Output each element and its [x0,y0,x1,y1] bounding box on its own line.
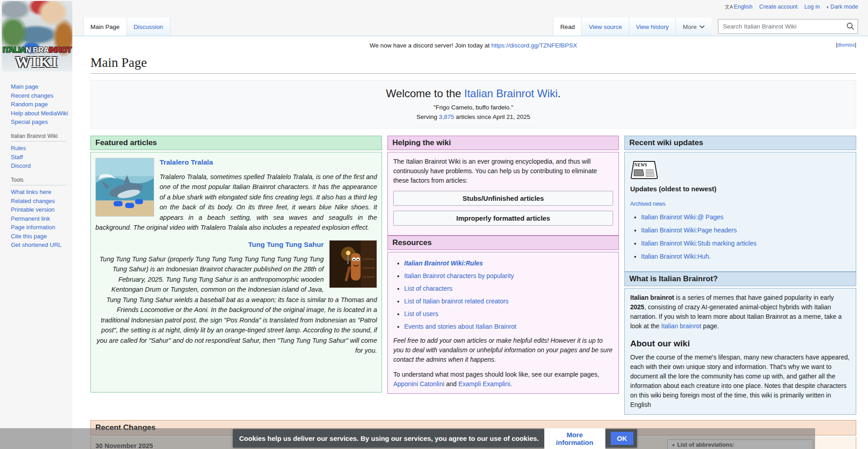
article-count-link[interactable]: 3,875 [439,113,454,120]
sidebar: Main page Recent changes Random page Hel… [11,84,72,256]
wiki-logo[interactable]: ITALIAN BRAINROT WIKI [2,1,72,71]
sidebar-item-help-mediawiki[interactable]: Help about MediaWiki [11,110,68,117]
sidebar-item-related-changes[interactable]: Related changes [11,198,55,204]
feel-free-text: Feel free to add your own articles or ma… [393,336,613,364]
sidebar-item-discord[interactable]: Discord [11,162,31,169]
helping-intro-text: The Italian Brainrot Wiki is an ever gro… [393,157,613,185]
sidebar-item-page-information[interactable]: Page information [11,224,55,231]
example-pages-text: To understand what most pages should loo… [393,370,613,389]
create-account-link[interactable]: Create account [759,4,797,10]
update-huh-link[interactable]: Italian Brainrot Wiki:Huh. [641,253,711,260]
main-area: 文AEnglish Create account Log in ◐Dark mo… [72,0,868,449]
tralalero-tralala-image[interactable] [95,158,154,217]
tab-more-menu[interactable]: More [675,18,712,36]
tab-read[interactable]: Read [553,18,581,36]
sidebar-item-staff[interactable]: Staff [11,154,23,161]
helping-the-wiki-header: Helping the wiki [387,136,619,150]
personal-bar: 文AEnglish Create account Log in ◐Dark mo… [725,4,858,10]
article-count-line: Serving 3,875 articles since April 21, 2… [91,113,856,120]
apponini-catonlini-link[interactable]: Apponini Catonlini [393,380,444,388]
search-input[interactable] [718,19,858,34]
update-at-pages-link[interactable]: Italian Brainrot Wiki:@ Pages [641,213,723,221]
chevron-down-icon [699,25,705,28]
sidebar-item-what-links-here[interactable]: What links here [11,189,52,195]
update-page-headers-link[interactable]: Italian Brainrot Wiki:Page headers [641,227,737,234]
page-title: Main Page [90,55,856,74]
svg-text:NEWS: NEWS [634,162,647,167]
updates-title: Updates (oldest to newest) [630,184,850,194]
discord-invite-link[interactable]: https://discord.gg/TZNFEfBPSX [491,42,577,49]
sidebar-item-get-shortened-url[interactable]: Get shortened URL [11,241,61,248]
sidebar-item-main-page[interactable]: Main page [11,83,38,90]
featured-articles-column: Featured articles [90,136,382,392]
stubs-articles-button[interactable]: Stubs/Unfinished articles [393,191,613,206]
dark-mode-icon: ◐ [826,4,830,9]
welcome-tagline: "Frigo Camelo, buffo fardelo." [91,104,856,111]
sitenotice-text: We now have a discord server! Join today… [370,42,491,49]
archived-news-link[interactable]: Archived news [630,200,665,208]
tab-view-source[interactable]: View source [581,18,628,36]
sidebar-item-permanent-link[interactable]: Permanent link [11,215,50,222]
logo-subtitle: WIKI [15,54,59,70]
logo-title: ITALIAN BRAINROT [3,46,71,54]
welcome-heading: Welcome to the Italian Brainrot Wiki. [91,87,856,100]
what-is-italian-brainrot-header: What is Italian Brainrot? [624,272,856,286]
language-icon: 文A [725,4,733,9]
sidebar-section-wiki: Italian Brainrot Wiki [11,133,66,142]
resource-events-link[interactable]: Events and stories about Italian Brainro… [404,323,516,330]
improperly-formatted-button[interactable]: Improperly formatted articles [393,211,613,226]
about-our-wiki-heading: About our wiki [630,337,850,350]
sidebar-item-special-pages[interactable]: Special pages [11,118,48,125]
resource-rules-link[interactable]: Italian Brainrot Wiki:Rules [404,260,483,267]
featured-articles-header: Featured articles [90,136,382,150]
sidebar-section-tools: Tools [11,177,66,185]
featured-entry-tralalero: Tralalero Tralala Tralalero Tralala, som… [95,157,377,233]
recent-wiki-updates-header: Recent wiki updates [624,136,856,150]
cookie-consent-text: Cookies help us deliver our services. By… [239,435,539,442]
language-link[interactable]: 文AEnglish [725,4,752,10]
resources-header: Resources [387,236,619,250]
dismiss-control: [dismiss] [836,42,856,47]
exampli-examplini-link[interactable]: Exampli Examplini [458,380,510,388]
cookie-consent-banner: Cookies help us deliver our services. By… [233,429,637,448]
resource-users-link[interactable]: List of users [404,310,438,317]
about-our-wiki-text: Over the course of the meme's lifespan, … [630,353,850,410]
tab-main-page[interactable]: Main Page [83,18,127,36]
helping-the-wiki-column: Helping the wiki The Italian Brainrot Wi… [387,136,619,394]
search-button[interactable] [846,22,854,32]
sidebar-item-random-page[interactable]: Random page [11,101,48,108]
log-in-link[interactable]: Log in [804,4,820,10]
tab-discussion[interactable]: Discussion [127,18,170,36]
more-information-button[interactable]: More information [544,428,605,449]
sidebar-item-rules[interactable]: Rules [11,145,26,151]
recent-updates-column: Recent wiki updates NEWS Updates (oldest… [624,136,856,415]
search-icon [846,22,854,30]
sidebar-item-printable-version[interactable]: Printable version [11,206,55,213]
welcome-banner: Welcome to the Italian Brainrot Wiki. "F… [90,80,856,128]
featured-entry-tung: Tung Tung Tung Sahur Tung Tung Tung Sahu… [95,239,377,356]
sidebar-item-cite-this-page[interactable]: Cite this page [11,233,47,240]
dismiss-link[interactable]: dismiss [837,42,854,47]
resource-creators-link[interactable]: List of Italian brainrot related creator… [404,298,509,305]
italian-brainrot-page-link[interactable]: Italian brainrot [661,322,702,330]
sidebar-item-recent-changes[interactable]: Recent changes [11,92,53,99]
tab-view-history[interactable]: View history [629,18,676,36]
dark-mode-toggle[interactable]: ◐Dark mode [826,4,858,10]
newspaper-icon: NEWS [630,161,658,180]
tung-tung-tung-sahur-image[interactable] [329,240,377,288]
what-is-italian-brainrot-text: Italian brainrot is a series of memes th… [630,293,850,331]
resource-characters-link[interactable]: List of characters [404,285,453,292]
cookie-ok-button[interactable]: OK [611,432,634,445]
resource-popularity-link[interactable]: Italian Brainrot characters by popularit… [404,272,514,279]
wiki-home-link[interactable]: Italian Brainrot Wiki [464,87,558,99]
page-content: We now have a discord server! Join today… [72,36,868,449]
update-stub-marking-link[interactable]: Italian Brainrot Wiki:Stub marking artic… [641,240,756,247]
sitenotice-banner: We now have a discord server! Join today… [90,36,856,49]
